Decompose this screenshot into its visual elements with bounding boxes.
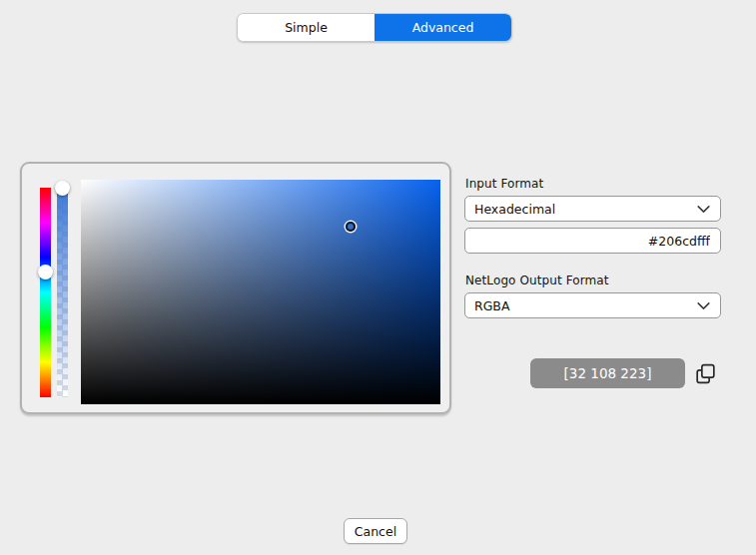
- color-selection-cursor[interactable]: [346, 222, 356, 232]
- saturation-value-area[interactable]: [81, 180, 440, 404]
- copy-button[interactable]: [692, 360, 718, 386]
- output-format-label: NetLogo Output Format: [465, 274, 609, 287]
- output-format-selected-value: RGBA: [474, 298, 695, 313]
- alpha-slider[interactable]: [57, 188, 68, 397]
- tab-advanced[interactable]: Advanced: [375, 14, 511, 41]
- tab-simple[interactable]: Simple: [238, 14, 375, 41]
- mode-toggle: Simple Advanced: [237, 13, 512, 42]
- output-format-dropdown[interactable]: RGBA: [464, 292, 721, 318]
- hue-slider-handle[interactable]: [38, 265, 53, 279]
- input-format-selected-value: Hexadecimal: [474, 202, 695, 217]
- hue-slider[interactable]: [40, 188, 51, 397]
- chevron-down-icon: [695, 297, 712, 314]
- copy-icon: [693, 361, 718, 386]
- color-picker-dialog: Simple Advanced Input Format Hexadecimal…: [0, 0, 756, 555]
- hex-color-input[interactable]: [464, 228, 721, 254]
- cancel-button[interactable]: Cancel: [344, 518, 407, 544]
- chevron-down-icon: [695, 201, 712, 218]
- input-format-dropdown[interactable]: Hexadecimal: [464, 196, 721, 222]
- color-picker-panel: [20, 162, 451, 414]
- input-format-label: Input Format: [465, 177, 543, 191]
- alpha-slider-handle[interactable]: [55, 181, 70, 196]
- netlogo-value-button[interactable]: [32 108 223]: [530, 358, 685, 388]
